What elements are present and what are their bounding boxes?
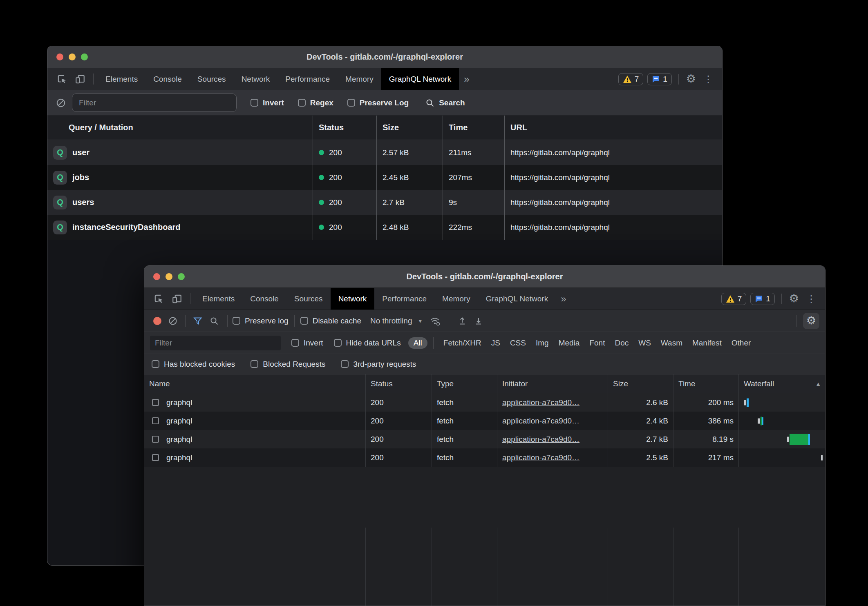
warnings-badge[interactable]: 7 [618,73,644,85]
has-blocked-cookies-checkbox[interactable]: Has blocked cookies [152,360,235,369]
table-row[interactable]: Qusers 200 2.7 kB 9s https://gitlab.com/… [47,190,722,215]
close-button[interactable] [56,53,63,60]
tab-memory[interactable]: Memory [434,288,478,310]
column-size[interactable]: Size [608,374,673,393]
column-status[interactable]: Status [365,374,432,393]
inspect-icon[interactable] [150,288,168,310]
checkbox[interactable] [152,360,159,368]
export-har-icon[interactable] [470,316,487,326]
filter-chip-media[interactable]: Media [559,339,580,348]
row-checkbox[interactable] [152,436,159,443]
panel-settings-button[interactable]: ⚙ [803,313,819,329]
column-waterfall[interactable]: Waterfall ▲ [738,374,825,393]
tab-memory[interactable]: Memory [338,68,381,90]
tab-network[interactable]: Network [234,68,278,90]
tab-performance[interactable]: Performance [277,68,338,90]
filter-input[interactable] [150,336,281,350]
regex-checkbox[interactable]: Regex [298,98,333,107]
checkbox[interactable] [291,339,299,347]
settings-gear-icon[interactable]: ⚙ [785,293,803,304]
column-name[interactable]: Name [144,374,365,393]
column-time[interactable]: Time [443,116,504,140]
filter-chip-doc[interactable]: Doc [615,339,629,348]
third-party-requests-checkbox[interactable]: 3rd-party requests [341,360,416,369]
more-tabs-icon[interactable]: » [459,68,474,90]
filter-chip-wasm[interactable]: Wasm [661,339,682,348]
filter-funnel-icon[interactable] [190,316,206,326]
request-row[interactable]: graphql 200 fetch application-a7ca9d0… 2… [144,393,825,412]
more-tabs-icon[interactable]: » [556,288,571,310]
settings-gear-icon[interactable]: ⚙ [682,74,700,85]
column-size[interactable]: Size [376,116,443,140]
messages-badge[interactable]: 1 [750,293,775,305]
close-button[interactable] [153,273,160,280]
throttling-dropdown[interactable]: No throttling ▾ [370,316,422,325]
column-url[interactable]: URL [504,116,722,140]
filter-chip-ws[interactable]: WS [638,339,651,348]
tab-sources[interactable]: Sources [286,288,331,310]
inspect-icon[interactable] [53,68,71,90]
tab-elements[interactable]: Elements [195,288,242,310]
filter-chip-manifest[interactable]: Manifest [692,339,722,348]
blocked-requests-checkbox[interactable]: Blocked Requests [251,360,325,369]
filter-chip-font[interactable]: Font [589,339,605,348]
hide-data-urls-checkbox[interactable]: Hide data URLs [334,339,401,348]
column-status[interactable]: Status [313,116,376,140]
search-button[interactable]: Search [425,98,465,108]
import-har-icon[interactable] [454,316,470,326]
filter-chip-css[interactable]: CSS [510,339,526,348]
warnings-badge[interactable]: 7 [721,293,747,305]
minimize-button[interactable] [69,53,76,60]
checkbox[interactable] [334,339,342,347]
invert-checkbox[interactable]: Invert [251,98,284,107]
checkbox[interactable] [251,99,258,107]
initiator-link[interactable]: application-a7ca9d0… [502,417,579,426]
request-row[interactable]: graphql 200 fetch application-a7ca9d0… 2… [144,448,825,467]
clear-icon[interactable] [56,98,66,108]
table-row[interactable]: Quser 200 2.57 kB 211ms https://gitlab.c… [47,140,722,165]
initiator-link[interactable]: application-a7ca9d0… [502,435,579,444]
row-checkbox[interactable] [152,417,159,424]
minimize-button[interactable] [166,273,172,280]
request-row[interactable]: graphql 200 fetch application-a7ca9d0… 2… [144,412,825,430]
filter-chip-fetch-xhr[interactable]: Fetch/XHR [443,339,481,348]
preserve-log-checkbox[interactable]: Preserve log [233,316,289,325]
checkbox[interactable] [347,99,355,107]
column-type[interactable]: Type [432,374,497,393]
request-row[interactable]: graphql 200 fetch application-a7ca9d0… 2… [144,430,825,448]
table-row[interactable]: QinstanceSecurityDashboard 200 2.48 kB 2… [47,215,722,240]
checkbox[interactable] [251,360,258,368]
column-time[interactable]: Time [673,374,738,393]
messages-badge[interactable]: 1 [647,73,672,85]
row-checkbox[interactable] [152,399,159,406]
column-initiator[interactable]: Initiator [497,374,608,393]
zoom-button[interactable] [178,273,185,280]
preserve-log-checkbox[interactable]: Preserve Log [347,98,409,107]
device-toolbar-icon[interactable] [168,288,186,310]
checkbox[interactable] [341,360,349,368]
network-conditions-icon[interactable] [426,316,444,326]
filter-chip-js[interactable]: JS [491,339,500,348]
tab-performance[interactable]: Performance [374,288,434,310]
tab-network[interactable]: Network [331,288,375,310]
clear-icon[interactable] [165,316,181,326]
checkbox[interactable] [233,317,240,325]
search-icon[interactable] [206,316,222,326]
zoom-button[interactable] [81,53,88,60]
column-query-mutation[interactable]: Query / Mutation [47,116,313,140]
initiator-link[interactable]: application-a7ca9d0… [502,453,579,462]
filter-chip-other[interactable]: Other [732,339,751,348]
kebab-menu-icon[interactable]: ⋮ [700,74,716,85]
checkbox[interactable] [300,317,308,325]
filter-input[interactable] [72,94,237,112]
filter-chip-all[interactable]: All [408,337,427,349]
kebab-menu-icon[interactable]: ⋮ [803,293,819,305]
invert-checkbox[interactable]: Invert [291,339,323,348]
table-row[interactable]: Qjobs 200 2.45 kB 207ms https://gitlab.c… [47,165,722,190]
device-toolbar-icon[interactable] [71,68,89,90]
tab-elements[interactable]: Elements [98,68,145,90]
tab-graphql-network[interactable]: GraphQL Network [381,68,459,90]
tab-sources[interactable]: Sources [190,68,234,90]
tab-graphql-network[interactable]: GraphQL Network [478,288,556,310]
filter-chip-img[interactable]: Img [536,339,549,348]
